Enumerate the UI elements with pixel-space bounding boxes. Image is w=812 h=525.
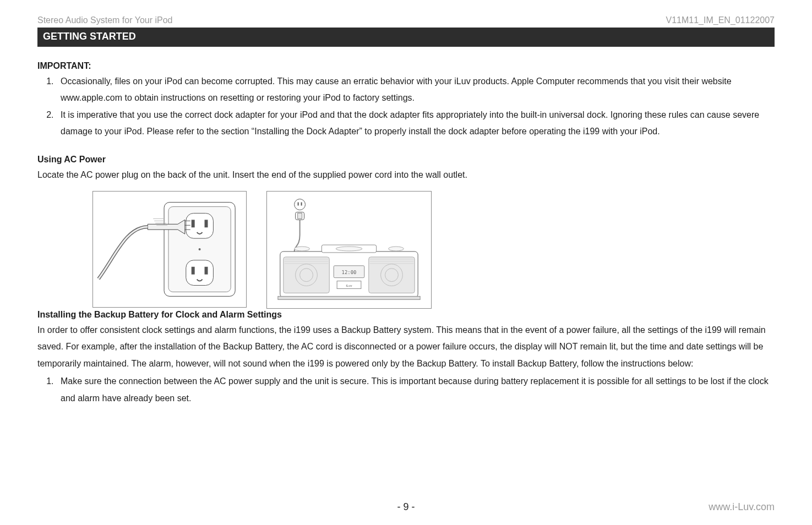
svg-rect-20 — [284, 257, 329, 293]
svg-rect-19 — [278, 296, 420, 299]
section-banner: GETTING STARTED — [37, 28, 775, 47]
svg-point-35 — [336, 247, 362, 251]
backup-item-1: Make sure the connection between the AC … — [56, 373, 775, 407]
svg-point-37 — [389, 247, 404, 251]
backup-heading: Installing the Backup Battery for Clock … — [37, 310, 775, 320]
backup-list: Make sure the connection between the AC … — [56, 373, 775, 407]
page-footer: - 9 - www.i-Luv.com — [37, 501, 775, 513]
figure-unit-power: 12:00 iLuv — [266, 191, 432, 309]
figure-wall-plug — [92, 191, 247, 308]
important-item-2: It is imperative that you use the correc… — [56, 107, 775, 140]
page-number: - 9 - — [397, 501, 415, 513]
important-item-1: Occasionally, files on your iPod can bec… — [56, 73, 775, 107]
backup-text: In order to offer consistent clock setti… — [37, 322, 775, 372]
svg-rect-6 — [186, 260, 214, 286]
svg-rect-8 — [205, 267, 208, 275]
svg-point-2 — [199, 248, 201, 250]
important-heading: IMPORTANT: — [37, 61, 775, 71]
header-right: V11M11_IM_EN_01122007 — [666, 15, 775, 25]
svg-rect-15 — [301, 203, 302, 206]
figures-row: 12:00 iLuv — [92, 191, 775, 309]
page-header: Stereo Audio System for Your iPod V11M11… — [37, 15, 775, 25]
clock-display-text: 12:00 — [342, 270, 357, 275]
acpower-heading: Using AC Power — [37, 155, 775, 165]
svg-rect-17 — [298, 213, 302, 218]
acpower-text: Locate the AC power plug on the back of … — [37, 167, 775, 183]
svg-point-36 — [295, 247, 310, 251]
important-list: Occasionally, files on your iPod can bec… — [56, 73, 775, 140]
header-left: Stereo Audio System for Your iPod — [37, 15, 172, 25]
svg-point-13 — [295, 199, 306, 210]
svg-rect-14 — [298, 203, 299, 206]
svg-rect-4 — [192, 220, 195, 227]
svg-rect-7 — [192, 267, 195, 275]
svg-rect-21 — [369, 257, 415, 293]
brand-label: iLuv — [346, 284, 352, 287]
footer-url: www.i-Luv.com — [709, 501, 775, 513]
svg-rect-3 — [186, 213, 214, 238]
svg-rect-5 — [205, 220, 208, 227]
